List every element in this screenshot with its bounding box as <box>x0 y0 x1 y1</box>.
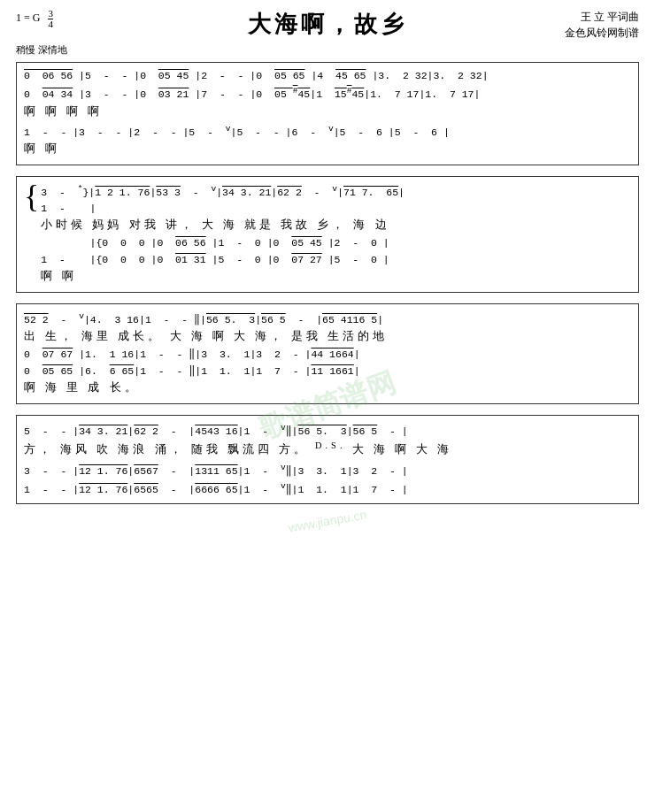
lyrics-1: 啊 啊 啊 啊 <box>24 104 631 119</box>
section-2-content: 3 - *}|1 2 1. 76|53 3 - v|34 3. 21|62 2 … <box>41 182 631 287</box>
score-s2-l1: 3 - *}|1 2 1. 76|53 3 - v|34 3. 21|62 2 … <box>41 182 631 201</box>
watermark-url: www.jianpu.cn <box>288 507 368 534</box>
score-section-1-line2: 0 04 34 |3 - - |0 03 21 |7 - - |0 05 #45… <box>24 84 631 103</box>
score-section-1-line3: 1 - - |3 - - |2 - - |5 - v|5 - - |6 - v|… <box>24 122 631 141</box>
tempo-info: 稍慢 深情地 <box>16 43 639 57</box>
score-s2-l2: 1 - | <box>41 201 631 217</box>
title-area: 1 = G 3 4 大海啊，故乡 王 立 平词曲 金色风铃网制谱 <box>16 9 639 40</box>
score-s3-l3: 0 05 65 |6. 6 65|1 - - ‖|1 1. 1|1 7 - |1… <box>24 364 631 379</box>
score-s4-l3: 1 - - |12 1. 76|6565 - |6666 65|1 - v‖|1… <box>24 479 631 498</box>
score-s4-l2: 3 - - |12 1. 76|6567 - |1311 65|1 - v‖|3… <box>24 461 631 479</box>
page: 1 = G 3 4 大海啊，故乡 王 立 平词曲 金色风铃网制谱 稍慢 深情地 … <box>0 0 655 812</box>
main-title: 大海啊，故乡 <box>16 9 639 40</box>
lyrics-s4-1: 方， 海风 吹 海浪 涌， 随我 飘流四 方。 D.S. 大 海 啊 大 海 <box>24 440 631 457</box>
section-2-inner: { 3 - *}|1 2 1. 76|53 3 - v|34 3. 21|62 … <box>24 182 631 287</box>
repeat-bracket-open: { <box>24 182 39 211</box>
score-section-1-line1: 0 06 56 |5 - - |0 05 45 |2 - - |0 05 65 … <box>24 68 631 84</box>
composer-line1: 王 立 平词曲 <box>565 9 639 25</box>
score-s2-acc2: 1 - |{0 0 0 |0 01 31 |5 - 0 |0 07 27 |5 … <box>41 252 631 268</box>
score-s3-l1: 52 2 - v|4. 3 16|1 - - ‖|56 5. 3|56 5 - … <box>24 310 631 328</box>
composer-line2: 金色风铃网制谱 <box>565 25 639 41</box>
time-signature: 3 4 <box>48 11 53 24</box>
lyrics-2: 啊 啊 <box>24 142 631 157</box>
section-3: 52 2 - v|4. 3 16|1 - - ‖|56 5. 3|56 5 - … <box>16 303 639 404</box>
section-1: 0 06 56 |5 - - |0 05 45 |2 - - |0 05 65 … <box>16 62 639 165</box>
score-s4-l1: 5 - - |34 3. 21|62 2 - |4543 16|1 - v‖|5… <box>24 421 631 440</box>
section-2: { 3 - *}|1 2 1. 76|53 3 - v|34 3. 21|62 … <box>16 176 639 293</box>
lyrics-s2-1: 小时候 妈妈 对我 讲， 大 海 就是 我故 乡， 海 边 <box>41 218 631 233</box>
lyrics-s3-1: 出 生， 海里 成长。 大 海 啊 大 海， 是我 生活的地 <box>24 329 631 344</box>
section-4: 5 - - |34 3. 21|62 2 - |4543 16|1 - v‖|5… <box>16 415 639 504</box>
score-s3-l2: 0 07 67 |1. 1 16|1 - - ‖|3 3. 1|3 2 - |4… <box>24 347 631 363</box>
key-info: 1 = G 3 4 <box>16 9 53 29</box>
lyrics-s2-2: 啊 啊 <box>41 269 631 284</box>
key-signature: 1 = G <box>16 11 40 24</box>
lyrics-s3-2: 啊 海 里 成 长。 <box>24 380 631 395</box>
score-s2-acc1: |{0 0 0 |0 06 56 |1 - 0 |0 05 45 |2 - 0 … <box>41 235 631 251</box>
composer-info: 王 立 平词曲 金色风铃网制谱 <box>565 9 639 41</box>
